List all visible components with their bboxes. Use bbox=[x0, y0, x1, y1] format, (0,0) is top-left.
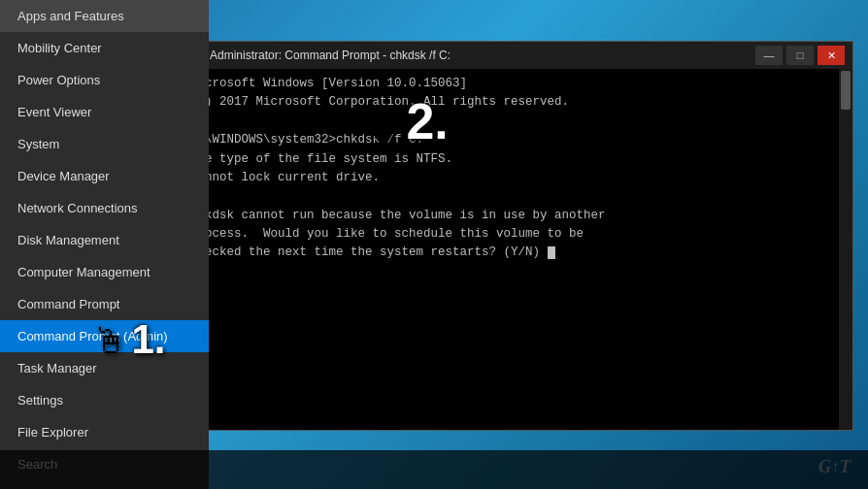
minimize-button[interactable]: — bbox=[755, 46, 783, 65]
cmd-title-text: Administrator: Command Prompt - chkdsk /… bbox=[210, 49, 755, 62]
menu-item-computer-management[interactable]: Computer Management bbox=[0, 256, 209, 288]
cmd-content[interactable]: Microsoft Windows [Version 10.0.15063] (… bbox=[181, 69, 839, 430]
close-button[interactable]: ✕ bbox=[818, 46, 845, 65]
context-menu: Apps and Features Mobility Center Power … bbox=[0, 0, 209, 489]
window-controls: — □ ✕ bbox=[755, 46, 845, 65]
menu-item-device-manager[interactable]: Device Manager bbox=[0, 160, 209, 192]
cmd-window: CMD Administrator: Command Prompt - chkd… bbox=[180, 41, 853, 431]
cursor bbox=[548, 246, 555, 259]
menu-item-system[interactable]: System bbox=[0, 128, 209, 160]
scrollbar-thumb bbox=[841, 71, 851, 110]
menu-item-file-explorer[interactable]: File Explorer bbox=[0, 416, 209, 448]
menu-item-power-options[interactable]: Power Options bbox=[0, 64, 209, 96]
taskbar bbox=[0, 450, 868, 489]
maximize-button[interactable]: □ bbox=[786, 46, 814, 65]
scrollbar[interactable] bbox=[839, 69, 852, 430]
menu-item-command-prompt[interactable]: Command Prompt bbox=[0, 288, 209, 320]
menu-item-network-connections[interactable]: Network Connections bbox=[0, 192, 209, 224]
menu-item-mobility-center[interactable]: Mobility Center bbox=[0, 32, 209, 64]
menu-item-disk-management[interactable]: Disk Management bbox=[0, 224, 209, 256]
cmd-titlebar: CMD Administrator: Command Prompt - chkd… bbox=[181, 42, 852, 69]
menu-item-command-prompt-admin[interactable]: Command Prompt (Admin) bbox=[0, 320, 209, 352]
menu-item-task-manager[interactable]: Task Manager bbox=[0, 352, 209, 384]
menu-item-settings[interactable]: Settings bbox=[0, 384, 209, 416]
menu-item-apps-features[interactable]: Apps and Features bbox=[0, 0, 209, 32]
desktop: Apps and Features Mobility Center Power … bbox=[0, 0, 868, 489]
menu-item-event-viewer[interactable]: Event Viewer bbox=[0, 96, 209, 128]
